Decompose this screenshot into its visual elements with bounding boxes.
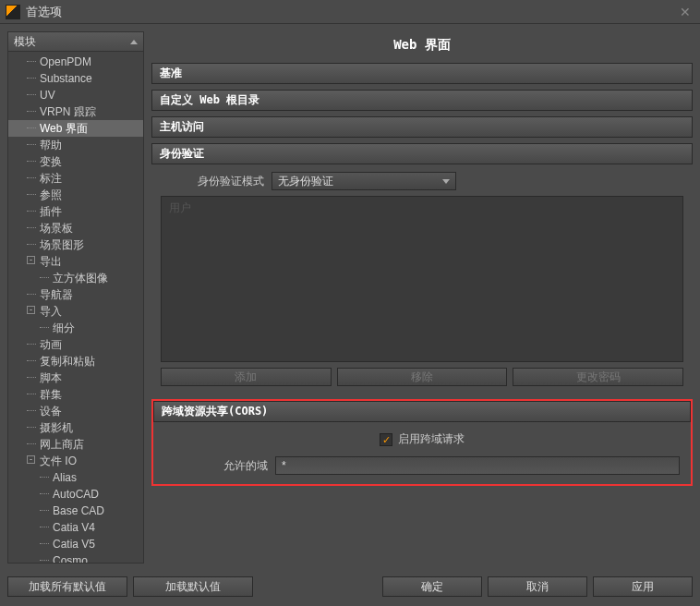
page-title: Web 界面 [151,31,693,63]
footer-spacer [259,576,377,597]
tree-connector [27,410,36,411]
tree-item-label: 动画 [40,338,62,351]
section-cors: 跨域资源共享(CORS) ✓ 启用跨域请求 允许的域 * [151,399,693,486]
tree-connector [40,510,49,511]
tree-connector [27,344,36,345]
tree-item[interactable]: Catia V4 [8,519,143,536]
tree-item-label: 导出 [40,255,62,268]
tree-item[interactable]: AutoCAD [8,486,143,503]
load-all-defaults-button[interactable]: 加载所有默认值 [7,576,127,597]
tree-item[interactable]: Web 界面 [8,120,143,137]
tree-connector [27,227,36,228]
section-host-access: 主机访问 [151,116,693,138]
cors-domains-label: 允许的域 [164,458,275,474]
change-password-button[interactable]: 更改密码 [513,368,683,386]
section-header-custom-root[interactable]: 自定义 Web 根目录 [151,90,693,111]
tree-item-label: AutoCAD [53,488,99,501]
section-custom-root: 自定义 Web 根目录 [151,90,693,111]
section-header-auth[interactable]: 身份验证 [151,143,693,164]
expander-icon[interactable]: - [27,256,35,264]
tree-item-label: Catia V5 [53,538,95,551]
cors-domains-input[interactable]: * [275,456,680,475]
section-auth: 身份验证 身份验证模式 无身份验证 用户 添加 移除 [151,143,693,394]
tree-item[interactable]: Catia V5 [8,536,143,552]
tree-item[interactable]: 场景板 [8,220,143,236]
tree-item-label: 插件 [40,205,62,218]
tree-item[interactable]: 变换 [8,153,143,170]
tree-item-label: 帮助 [40,139,62,152]
chevron-down-icon [442,179,450,184]
expander-icon[interactable]: - [27,306,35,314]
tree-item-label: 复制和粘贴 [40,355,95,368]
close-icon[interactable]: ✕ [676,5,694,19]
tree-connector [40,493,49,494]
auth-user-listbox[interactable]: 用户 [161,196,683,362]
apply-button[interactable]: 应用 [593,576,693,597]
tree-item[interactable]: UV [8,87,143,103]
chevron-up-icon [130,40,138,44]
tree-connector [27,244,36,245]
titlebar: 首选项 ✕ [0,0,700,24]
tree-item[interactable]: 群集 [8,386,143,403]
tree-connector [27,443,36,444]
cors-enable-row: ✓ 启用跨域请求 [164,431,680,447]
tree-item[interactable]: 场景图形 [8,236,143,253]
tree-item-label: 网上商店 [40,438,84,451]
app-icon [6,5,20,19]
tree-item-label: Cosmo [53,554,88,564]
tree-connector [40,477,49,478]
cors-enable-checkbox[interactable]: ✓ [380,433,392,446]
tree-item-label: Base CAD [53,504,104,517]
load-defaults-button[interactable]: 加载默认值 [133,576,253,597]
ok-button[interactable]: 确定 [382,576,482,597]
tree-item-label: Substance [40,72,92,85]
tree-item[interactable]: 参照 [8,187,143,203]
cancel-button[interactable]: 取消 [488,576,587,597]
tree-item[interactable]: 标注 [8,170,143,187]
tree-item[interactable]: Alias [8,469,143,486]
tree-connector [27,394,36,394]
add-button[interactable]: 添加 [161,368,332,386]
section-header-host-access[interactable]: 主机访问 [151,116,693,138]
expander-icon[interactable]: - [27,455,35,464]
window-title: 首选项 [26,4,676,20]
tree-item[interactable]: 插件 [8,203,143,220]
tree-item[interactable]: 导航器 [8,286,143,303]
tree-item[interactable]: 细分 [8,320,143,336]
auth-mode-select[interactable]: 无身份验证 [272,172,456,190]
tree-connector [27,194,36,195]
tree-item-label: 摄影机 [40,421,73,434]
tree-item[interactable]: 帮助 [8,137,143,153]
tree-item[interactable]: 摄影机 [8,419,143,436]
tree-item[interactable]: 设备 [8,403,143,419]
tree-item[interactable]: 动画 [8,336,143,353]
tree-item[interactable]: Substance [8,70,143,87]
tree-item[interactable]: Base CAD [8,503,143,519]
auth-mode-value: 无身份验证 [278,174,333,189]
tree-connector [27,94,36,95]
auth-mode-row: 身份验证模式 无身份验证 [161,172,683,190]
tree-item[interactable]: -导入 [8,303,143,320]
section-header-baseline[interactable]: 基准 [151,63,693,84]
tree-item[interactable]: OpenPDM [8,54,143,70]
tree-item[interactable]: VRPN 跟踪 [8,103,143,120]
tree-item-label: 场景板 [40,222,73,235]
tree-item[interactable]: 复制和粘贴 [8,353,143,370]
tree-item[interactable]: 脚本 [8,370,143,386]
sidebar-header[interactable]: 模块 [7,31,144,52]
section-header-cors[interactable]: 跨域资源共享(CORS) [153,401,691,422]
sidebar: 模块 OpenPDMSubstanceUVVRPN 跟踪Web 界面帮助变换标注… [7,31,144,564]
tree-item-label: Catia V4 [53,521,95,534]
tree-item[interactable]: 立方体图像 [8,270,143,286]
tree-item-label: 脚本 [40,371,62,384]
module-tree[interactable]: OpenPDMSubstanceUVVRPN 跟踪Web 界面帮助变换标注参照插… [7,52,144,564]
tree-item[interactable]: Cosmo [8,552,143,564]
tree-item[interactable]: 网上商店 [8,436,143,453]
tree-connector [27,78,36,79]
tree-item-label: 参照 [40,188,62,201]
auth-mode-label: 身份验证模式 [161,174,272,189]
tree-item[interactable]: -文件 IO [8,453,143,469]
remove-button[interactable]: 移除 [337,368,508,386]
tree-item[interactable]: -导出 [8,253,143,270]
tree-item-label: UV [40,89,55,102]
